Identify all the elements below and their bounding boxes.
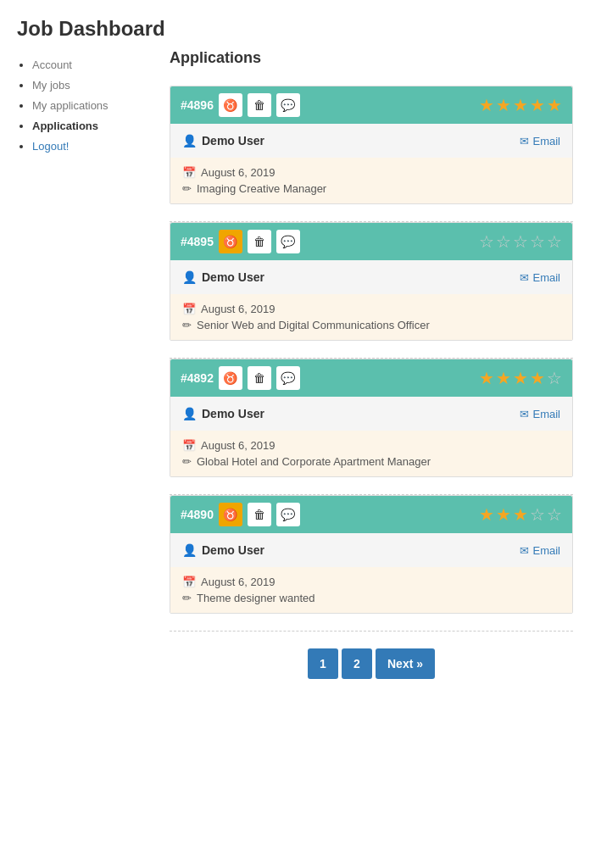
email-link[interactable]: ✉Email: [520, 271, 560, 284]
user-name: Demo User: [202, 270, 264, 284]
application-card: #4890♉🗑💬★★★☆☆👤Demo User✉Email📅August 6, …: [170, 495, 573, 614]
card-body: 👤Demo User✉Email: [170, 260, 572, 294]
star-3[interactable]: ★: [513, 95, 528, 115]
user-name: Demo User: [202, 407, 264, 420]
page-btn-2[interactable]: 2: [342, 648, 372, 679]
star-4[interactable]: ☆: [530, 231, 545, 252]
card-job-row: ✏Senior Web and Digital Communications O…: [182, 319, 560, 331]
application-card: #4892♉🗑💬★★★★☆👤Demo User✉Email📅August 6, …: [170, 359, 573, 477]
user-name: Demo User: [202, 543, 264, 557]
star-5[interactable]: ★: [547, 95, 562, 115]
card-footer: 📅August 6, 2019✏Theme designer wanted: [170, 567, 572, 613]
user-icon: 👤: [182, 134, 197, 147]
taurus-icon-btn[interactable]: ♉: [219, 93, 242, 117]
page-btn-1[interactable]: 1: [308, 648, 338, 679]
comment-icon-btn[interactable]: 💬: [276, 230, 300, 253]
trash-icon-btn[interactable]: 🗑: [248, 93, 271, 117]
email-label: Email: [532, 271, 560, 284]
card-date-row: 📅August 6, 2019: [182, 576, 560, 588]
card-job-title: Global Hotel and Corporate Apartment Man…: [197, 455, 431, 468]
card-job-title: Senior Web and Digital Communications Of…: [197, 319, 430, 331]
card-date: August 6, 2019: [201, 576, 275, 588]
star-2[interactable]: ★: [496, 504, 511, 525]
user-info: 👤Demo User: [182, 134, 264, 147]
pencil-icon: ✏: [182, 455, 192, 468]
email-label: Email: [532, 135, 560, 147]
star-2[interactable]: ★: [496, 95, 511, 115]
star-5[interactable]: ☆: [547, 368, 562, 388]
taurus-icon-btn[interactable]: ♉: [219, 503, 242, 526]
comment-icon-btn[interactable]: 💬: [276, 366, 300, 390]
star-3[interactable]: ★: [513, 504, 528, 525]
card-footer: 📅August 6, 2019✏Imaging Creative Manager: [170, 158, 572, 203]
card-date: August 6, 2019: [201, 166, 275, 179]
sidebar-item-my-applications[interactable]: My applications: [32, 98, 153, 112]
email-link[interactable]: ✉Email: [520, 408, 560, 420]
star-1[interactable]: ☆: [479, 231, 494, 252]
section-title: Applications: [170, 49, 573, 72]
star-4[interactable]: ★: [530, 368, 545, 388]
star-5[interactable]: ☆: [547, 231, 562, 252]
taurus-icon-btn[interactable]: ♉: [219, 366, 242, 390]
user-icon: 👤: [182, 407, 197, 420]
main-content: Applications #4896♉🗑💬★★★★★👤Demo User✉Ema…: [161, 49, 582, 713]
comment-icon-btn[interactable]: 💬: [276, 93, 300, 117]
card-job-title: Imaging Creative Manager: [197, 182, 326, 195]
card-job-row: ✏Global Hotel and Corporate Apartment Ma…: [182, 455, 560, 468]
trash-icon-btn[interactable]: 🗑: [248, 230, 271, 253]
star-1[interactable]: ★: [479, 504, 494, 525]
star-1[interactable]: ★: [479, 95, 494, 115]
star-1[interactable]: ★: [479, 368, 494, 388]
card-header: #4890♉🗑💬★★★☆☆: [170, 496, 572, 533]
star-rating[interactable]: ★★★★☆: [479, 368, 562, 388]
star-3[interactable]: ☆: [513, 231, 528, 252]
pencil-icon: ✏: [182, 592, 192, 604]
star-5[interactable]: ☆: [547, 504, 562, 525]
sidebar-item-applications[interactable]: Applications: [32, 119, 153, 132]
card-id: #4892: [181, 371, 214, 385]
sidebar-item-logout[interactable]: Logout!: [32, 139, 153, 153]
sidebar-item-my-jobs[interactable]: My jobs: [32, 78, 153, 92]
sidebar-item-account[interactable]: Account: [32, 58, 153, 71]
email-icon: ✉: [520, 135, 529, 147]
card-body: 👤Demo User✉Email: [170, 533, 572, 567]
email-label: Email: [532, 408, 560, 420]
card-date: August 6, 2019: [201, 439, 275, 452]
star-rating[interactable]: ☆☆☆☆☆: [479, 231, 562, 252]
card-header: #4895♉🗑💬☆☆☆☆☆: [170, 223, 572, 260]
next-page-button[interactable]: Next »: [376, 648, 435, 679]
user-info: 👤Demo User: [182, 270, 264, 284]
star-rating[interactable]: ★★★☆☆: [479, 504, 562, 525]
card-date-row: 📅August 6, 2019: [182, 439, 560, 452]
email-link[interactable]: ✉Email: [520, 544, 560, 557]
email-label: Email: [532, 544, 560, 557]
application-card: #4895♉🗑💬☆☆☆☆☆👤Demo User✉Email📅August 6, …: [170, 222, 573, 341]
card-job-row: ✏Theme designer wanted: [182, 592, 560, 604]
trash-icon-btn[interactable]: 🗑: [248, 366, 271, 390]
card-header-left: #4890♉🗑💬: [181, 503, 300, 526]
star-2[interactable]: ☆: [496, 231, 511, 252]
email-icon: ✉: [520, 544, 529, 557]
star-2[interactable]: ★: [496, 368, 511, 388]
card-header-left: #4896♉🗑💬: [181, 93, 300, 117]
card-body: 👤Demo User✉Email: [170, 397, 572, 431]
card-date: August 6, 2019: [201, 303, 275, 315]
trash-icon-btn[interactable]: 🗑: [248, 503, 271, 526]
calendar-icon: 📅: [182, 166, 196, 179]
pencil-icon: ✏: [182, 182, 192, 195]
card-header-left: #4895♉🗑💬: [181, 230, 300, 253]
email-link[interactable]: ✉Email: [520, 135, 560, 147]
card-id: #4896: [181, 98, 214, 112]
star-4[interactable]: ★: [530, 95, 545, 115]
star-3[interactable]: ★: [513, 368, 528, 388]
user-info: 👤Demo User: [182, 407, 264, 420]
card-id: #4890: [181, 508, 214, 521]
star-4[interactable]: ☆: [530, 504, 545, 525]
card-footer: 📅August 6, 2019✏Senior Web and Digital C…: [170, 294, 572, 340]
star-rating[interactable]: ★★★★★: [479, 95, 562, 115]
taurus-icon-btn[interactable]: ♉: [219, 230, 242, 253]
comment-icon-btn[interactable]: 💬: [276, 503, 300, 526]
card-body: 👤Demo User✉Email: [170, 124, 572, 158]
calendar-icon: 📅: [182, 576, 196, 588]
sidebar: AccountMy jobsMy applicationsApplication…: [8, 49, 161, 713]
